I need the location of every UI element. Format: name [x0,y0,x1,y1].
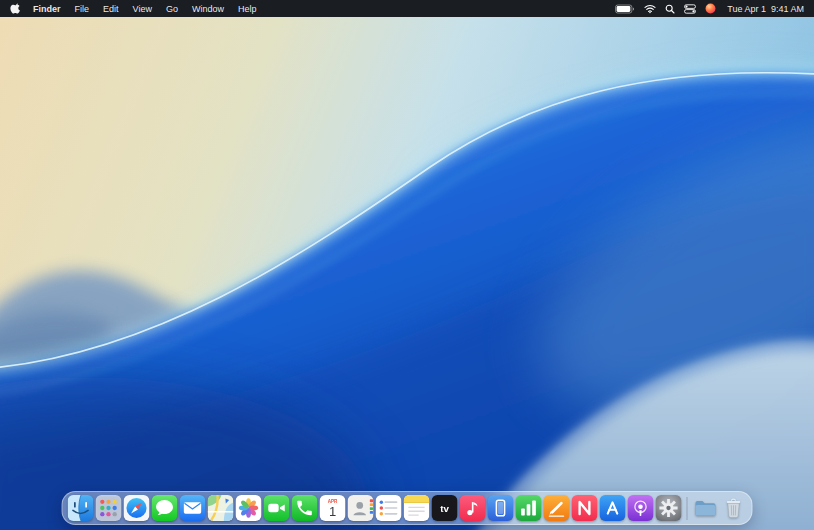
menu-file[interactable]: File [68,4,97,14]
menu-bar-menus: FinderFileEditViewGoWindowHelp [26,4,263,14]
dock-app-facetime-icon[interactable] [264,495,290,521]
dock-extras [693,495,747,521]
dock-app-stocks-icon[interactable] [516,495,542,521]
dock-app-podcasts-icon[interactable] [628,495,654,521]
dock-app-trash-icon[interactable] [721,495,747,521]
siri-icon[interactable] [705,3,716,14]
dock-app-finder-icon[interactable] [68,495,94,521]
menu-bar: FinderFileEditViewGoWindowHelp Tue Apr 1… [0,0,814,17]
dock-app-launchpad-icon[interactable] [96,495,122,521]
dock-apps: APR1tv [68,495,682,521]
desktop-area[interactable] [0,17,814,530]
dock-app-phone-icon[interactable] [292,495,318,521]
dock-app-tv-icon[interactable]: tv [432,495,458,521]
wifi-icon[interactable] [644,4,656,14]
menu-finder[interactable]: Finder [26,4,68,14]
dock-app-downloads-icon[interactable] [693,495,719,521]
battery-icon[interactable] [615,4,635,14]
menu-go[interactable]: Go [159,4,185,14]
dock-app-safari-icon[interactable] [124,495,150,521]
spotlight-icon[interactable] [665,4,675,14]
wallpaper-image [0,17,814,530]
dock: APR1tv [62,491,753,525]
dock-app-reminders-icon[interactable] [376,495,402,521]
dock-app-maps-icon[interactable] [208,495,234,521]
dock-app-system-settings-icon[interactable] [656,495,682,521]
dock-app-iphone-mirroring-icon[interactable] [488,495,514,521]
dock-app-news-icon[interactable] [572,495,598,521]
menu-bar-clock[interactable]: Tue Apr 1 9:41 AM [725,4,804,14]
dock-separator [687,497,688,520]
menu-view[interactable]: View [126,4,159,14]
apple-menu[interactable] [10,3,26,14]
apple-icon [10,3,20,14]
svg-text:1: 1 [329,504,336,519]
dock-app-music-icon[interactable] [460,495,486,521]
dock-app-notes-icon[interactable] [404,495,430,521]
menu-window[interactable]: Window [185,4,231,14]
status-icons-container [615,3,716,14]
dock-app-mail-icon[interactable] [180,495,206,521]
menu-bar-status: Tue Apr 1 9:41 AM [615,3,804,14]
dock-app-app-store-icon[interactable] [600,495,626,521]
dock-app-contacts-icon[interactable] [348,495,374,521]
menu-edit[interactable]: Edit [96,4,126,14]
macos-desktop[interactable]: FinderFileEditViewGoWindowHelp Tue Apr 1… [0,0,814,530]
dock-app-pages-icon[interactable] [544,495,570,521]
menu-help[interactable]: Help [231,4,264,14]
control-center-icon[interactable] [684,4,696,14]
dock-app-photos-icon[interactable] [236,495,262,521]
svg-text:tv: tv [440,503,449,514]
dock-app-calendar-icon[interactable]: APR1 [320,495,346,521]
dock-app-messages-icon[interactable] [152,495,178,521]
